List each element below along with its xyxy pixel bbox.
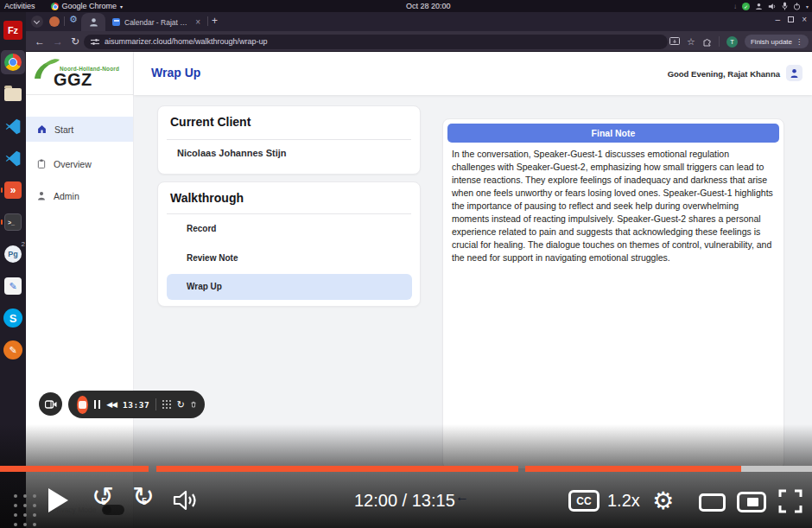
camera-toggle-button[interactable] <box>39 392 62 416</box>
new-tab-button[interactable]: + <box>212 15 218 27</box>
finish-update-button[interactable]: Finish update ⋮ <box>745 35 809 48</box>
dock-item-chrome[interactable] <box>0 48 26 76</box>
theater-mode-button[interactable] <box>699 493 726 512</box>
dock-item-vscode[interactable] <box>0 112 26 140</box>
divider <box>167 213 411 214</box>
microphone-icon <box>782 2 788 10</box>
pip-inner-rect <box>747 498 758 506</box>
window-close-button[interactable]: × <box>802 15 807 24</box>
skip-forward-5-button[interactable]: ↻ 5 <box>132 482 165 518</box>
sidebar-divider <box>26 94 133 95</box>
profile-avatar[interactable]: T <box>726 36 738 48</box>
fullscreen-button[interactable] <box>778 489 802 513</box>
skip-back-5-button[interactable]: ↺ 5 <box>92 482 124 518</box>
sidebar-item-overview[interactable]: Overview <box>26 151 133 176</box>
step-record[interactable]: Record <box>187 224 216 233</box>
vscode-icon <box>4 118 22 135</box>
back-button[interactable]: ← <box>35 35 45 48</box>
clock[interactable]: Oct 28 20:00 <box>406 2 451 10</box>
window-minimize-button[interactable]: – <box>776 15 781 24</box>
active-pinned-tab[interactable] <box>81 13 105 31</box>
pinned-avatar-icon[interactable] <box>49 16 60 27</box>
picture-in-picture-button[interactable] <box>737 492 766 512</box>
step-review-note[interactable]: Review Note <box>187 253 238 263</box>
finish-update-label: Finish update <box>751 38 792 46</box>
dock-item-pen-tool[interactable]: ✎ <box>0 336 26 364</box>
volume-button[interactable] <box>173 489 200 512</box>
tab-search-button[interactable] <box>31 16 43 28</box>
dock-item-filezilla[interactable]: Fz <box>0 16 26 44</box>
sidebar-item-start[interactable]: Start <box>26 117 133 142</box>
dock-item-files[interactable] <box>0 80 26 108</box>
tab-separator <box>64 16 65 26</box>
address-bar[interactable]: aisummarizer.cloud/home/walkthrough/wrap… <box>84 35 668 49</box>
status-check-icon: ✓ <box>742 3 750 10</box>
rewind-icon[interactable]: ◀◀ <box>106 400 117 409</box>
progress-played-segment[interactable] <box>525 466 741 472</box>
video-player-frame: Activities Google Chrome ▾ Oct 28 20:00 … <box>0 0 812 528</box>
walkthrough-card: Walkthrough Record Review Note Wrap Up <box>157 181 421 307</box>
clipboard-icon <box>37 159 46 169</box>
captions-button[interactable]: CC <box>568 490 599 512</box>
person-icon <box>37 191 46 200</box>
person-icon <box>790 68 799 79</box>
progress-played-segment[interactable] <box>156 466 517 472</box>
bookmark-star-icon[interactable]: ☆ <box>687 36 695 48</box>
pinned-gear-icon[interactable]: ⚙ <box>69 14 78 25</box>
video-progress-bar[interactable] <box>0 466 812 472</box>
speaker-icon <box>768 3 777 10</box>
menu-dots-icon[interactable]: ⋮ <box>796 38 802 46</box>
restart-recording-icon[interactable]: ↻ <box>177 399 185 410</box>
stop-recording-button[interactable] <box>77 396 88 414</box>
toolbar-divider <box>719 36 720 47</box>
pause-recording-button[interactable] <box>94 400 101 409</box>
progress-remaining-segment[interactable] <box>741 466 812 472</box>
delete-recording-icon[interactable] <box>191 399 196 410</box>
progress-played-segment[interactable] <box>0 466 149 472</box>
home-icon <box>37 124 47 134</box>
playback-speed-button[interactable]: 1.2x <box>607 491 640 511</box>
settings-gear-button[interactable]: ⚙ <box>652 487 674 515</box>
reload-button[interactable]: ↻ <box>71 35 79 48</box>
walkthrough-title: Walkthrough <box>170 191 244 205</box>
dock-item-skype[interactable]: S <box>0 304 26 332</box>
tray-caret-icon: ▾ <box>806 3 809 10</box>
window-restore-button[interactable] <box>788 16 794 22</box>
extensions-icon[interactable] <box>702 37 712 47</box>
pen-icon: ✎ <box>3 340 22 359</box>
dock-item-postgresql[interactable]: Pg 2 <box>0 240 26 268</box>
install-app-icon[interactable] <box>669 37 680 47</box>
chevron-down-icon <box>34 18 40 24</box>
activities-button[interactable]: Activities <box>4 2 35 10</box>
time-display: 12:00 / 13:15 <box>354 491 455 511</box>
system-tray[interactable]: ↓ ✓ ▾ <box>733 0 809 12</box>
dock-item-remmina[interactable]: » <box>0 176 26 204</box>
tab-title: Calendar - Rajat Khanna <box>124 18 191 27</box>
os-top-bar: Activities Google Chrome ▾ Oct 28 20:00 … <box>0 0 812 12</box>
tab-separator <box>207 16 208 26</box>
camcorder-icon <box>45 400 57 409</box>
dock-item-text-editor[interactable]: ✎ <box>0 272 26 300</box>
ggz-logo: Noord-Holland-Noord GGZ <box>33 56 130 96</box>
tab-close-button[interactable]: × <box>195 17 200 27</box>
play-button[interactable] <box>48 488 68 512</box>
sidebar-item-admin[interactable]: Admin <box>26 183 133 208</box>
chrome-icon <box>4 54 22 71</box>
skip-forward-seconds: 5 <box>142 496 147 506</box>
app-menu-label: Google Chrome <box>62 2 117 10</box>
skip-back-seconds: 5 <box>101 496 106 506</box>
dock-item-terminal[interactable]: >_ <box>0 208 26 236</box>
sidebar-item-label: Overview <box>54 159 92 169</box>
tab-calendar[interactable]: Calendar - Rajat Khanna × <box>107 13 206 31</box>
step-wrap-up[interactable]: Wrap Up <box>187 282 222 291</box>
drag-handle-icon[interactable] <box>162 400 171 409</box>
download-icon: ↓ <box>733 3 737 10</box>
user-avatar-button[interactable] <box>786 65 802 81</box>
dock-item-vscode-insiders[interactable] <box>0 144 26 172</box>
postgresql-badge: 2 <box>22 240 25 248</box>
app-menu[interactable]: Google Chrome ▾ <box>51 2 124 10</box>
remmina-icon: » <box>4 181 22 199</box>
person-icon <box>89 17 98 27</box>
current-client-card: Current Client Nicolaas Johannes Stijn <box>157 105 421 175</box>
forward-button[interactable]: → <box>53 35 63 48</box>
